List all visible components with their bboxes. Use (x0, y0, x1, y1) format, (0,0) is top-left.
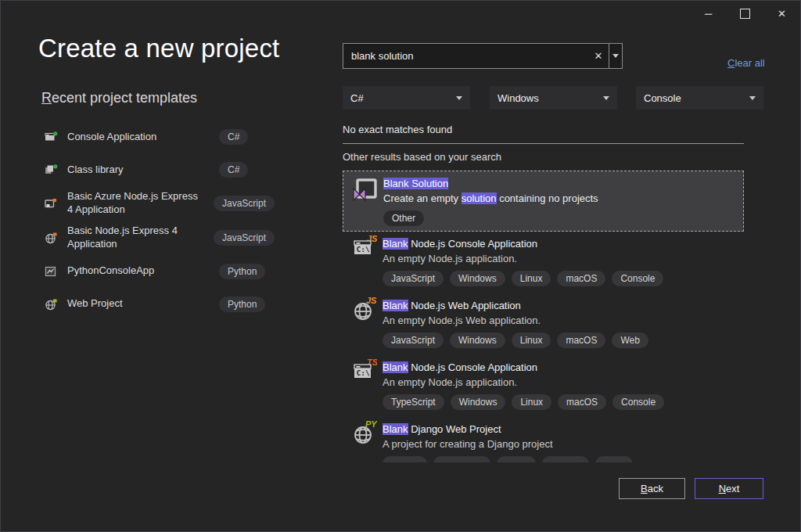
svg-text:JS: JS (366, 296, 377, 305)
result-tag: Web (612, 332, 648, 348)
search-match-highlight: solution (462, 192, 497, 204)
search-match-highlight: Blank (383, 238, 408, 250)
result-tag: Linux (512, 394, 551, 410)
next-button[interactable]: Next (695, 478, 763, 499)
console-app-icon (45, 131, 58, 143)
language-tag: JavaScript (214, 196, 275, 211)
result-item-tags: Other (383, 210, 740, 226)
result-tag: macOS (558, 394, 606, 410)
result-tag: Linux (512, 271, 551, 286)
result-tag: Console (612, 394, 664, 410)
result-item-description: A project for creating a Django project (383, 438, 741, 451)
maximize-button[interactable] (727, 1, 763, 27)
result-item-body: Blank Node.js Console ApplicationAn empt… (383, 361, 741, 410)
recent-template-item[interactable]: Console ApplicationC# (38, 124, 275, 149)
result-tag: Windows (450, 332, 505, 348)
result-item-title: Blank Django Web Project (383, 423, 741, 436)
search-match-highlight: Blank (383, 361, 408, 373)
result-item-body: Blank Django Web ProjectA project for cr… (383, 423, 741, 462)
maximize-icon (740, 9, 750, 19)
filter-dropdown-language[interactable]: C# (343, 86, 470, 110)
text-part: An empty Node.js application. (383, 376, 517, 388)
text-part: Node.js Console Application (408, 238, 538, 250)
vs-solution-icon (351, 178, 378, 207)
result-item-body: Blank Node.js Web ApplicationAn empty No… (383, 300, 741, 348)
result-item-tags: TypeScriptWindowsLinuxmacOSConsole (383, 394, 741, 410)
py-globe-icon: PY (354, 419, 377, 448)
chevron-down-icon (749, 96, 756, 100)
result-item-tags: JavaScriptWindowsLinuxmacOSConsole (383, 271, 741, 286)
recent-template-item[interactable]: Basic Node.js Express 4 ApplicationJavaS… (38, 225, 275, 251)
result-tag: macOS (557, 271, 605, 286)
window-controls: ─ ✕ (690, 1, 800, 27)
close-button[interactable]: ✕ (763, 1, 800, 27)
result-item[interactable]: JSBlank Node.js Web ApplicationAn empty … (343, 294, 744, 356)
recent-template-label: Basic Azure Node.js Express 4 Applicatio… (67, 190, 204, 217)
other-results-heading: Other results based on your search (343, 151, 501, 163)
language-tag: C# (219, 162, 248, 178)
template-search-box: ✕ (343, 43, 623, 69)
filter-value: Console (644, 92, 681, 104)
text-part: containing no projects (497, 192, 598, 204)
result-item[interactable]: PYBlank Django Web ProjectA project for … (343, 418, 744, 462)
result-item-selected[interactable]: Blank SolutionCreate an empty solution c… (343, 171, 744, 232)
language-tag: Python (219, 264, 265, 279)
recent-templates-list: Console ApplicationC#Class libraryC#Basi… (38, 124, 275, 325)
result-item-description: An empty Node.js application. (383, 253, 741, 265)
clear-all-link[interactable]: Clear all (727, 57, 765, 69)
create-new-project-dialog: ─ ✕ Create a new project Recent project … (0, 0, 801, 532)
result-item-title: Blank Node.js Console Application (383, 238, 741, 250)
result-item-description: An empty Node.js Web application. (383, 315, 741, 327)
search-match-highlight: Blank (383, 423, 408, 435)
recent-template-label: Basic Node.js Express 4 Application (67, 225, 204, 251)
result-item-tags (383, 456, 741, 462)
ts-console-icon: TSC:\ (354, 358, 377, 386)
result-item[interactable]: TSC:\Blank Node.js Console ApplicationAn… (343, 356, 744, 418)
node-express-icon (45, 232, 58, 244)
result-tag: Console (612, 271, 663, 286)
no-match-status: No exact matches found (343, 124, 452, 135)
recent-template-label: Console Application (67, 131, 210, 144)
recent-template-item[interactable]: Basic Azure Node.js Express 4 Applicatio… (38, 190, 275, 217)
js-console-icon: JSC:\ (354, 234, 377, 262)
result-tag: Windows (451, 394, 506, 410)
svg-text:C:\: C:\ (357, 368, 370, 377)
filter-value: Windows (497, 92, 539, 104)
clipped-tag-stub (542, 456, 589, 462)
recent-template-label: Class library (67, 164, 210, 177)
text-part: A project for creating a Django project (383, 438, 553, 450)
language-tag: Python (219, 297, 265, 312)
search-match-highlight: Blank (383, 300, 408, 311)
text-part: Node.js Console Application (408, 361, 538, 373)
filter-dropdown-project-type[interactable]: Console (636, 86, 763, 110)
results-divider (343, 143, 744, 144)
recent-template-item[interactable]: PythonConsoleAppPython (38, 259, 275, 284)
search-history-dropdown[interactable] (609, 44, 622, 68)
result-tag: Other (383, 210, 424, 226)
azure-node-icon (45, 197, 58, 210)
search-clear-icon[interactable]: ✕ (588, 50, 609, 62)
recent-template-item[interactable]: Web ProjectPython (38, 292, 275, 317)
clipped-tag-stub (595, 456, 633, 462)
filter-dropdown-platform[interactable]: Windows (490, 86, 617, 110)
search-match-highlight: Blank Solution (383, 178, 448, 189)
result-item-body: Blank Node.js Console ApplicationAn empt… (383, 238, 741, 286)
recent-template-item[interactable]: Class libraryC# (38, 157, 275, 182)
result-tag: JavaScript (383, 271, 444, 286)
result-item-description: Create an empty solution containing no p… (383, 192, 740, 205)
python-console-icon (45, 265, 58, 278)
minimize-button[interactable]: ─ (690, 1, 727, 27)
chevron-down-icon (612, 54, 619, 58)
result-item[interactable]: JSC:\Blank Node.js Console ApplicationAn… (343, 232, 744, 294)
search-input[interactable] (343, 44, 588, 68)
class-library-icon (45, 164, 58, 176)
svg-text:PY: PY (365, 419, 377, 429)
back-button[interactable]: Back (619, 478, 685, 499)
result-tag: TypeScript (383, 394, 444, 410)
result-tag: Linux (512, 332, 551, 348)
result-tag: JavaScript (383, 332, 444, 348)
clipped-tag-stub (433, 456, 490, 462)
recent-template-label: Web Project (67, 297, 210, 311)
recent-templates-heading: Recent project templates (41, 90, 197, 106)
recent-template-label: PythonConsoleApp (67, 264, 210, 278)
